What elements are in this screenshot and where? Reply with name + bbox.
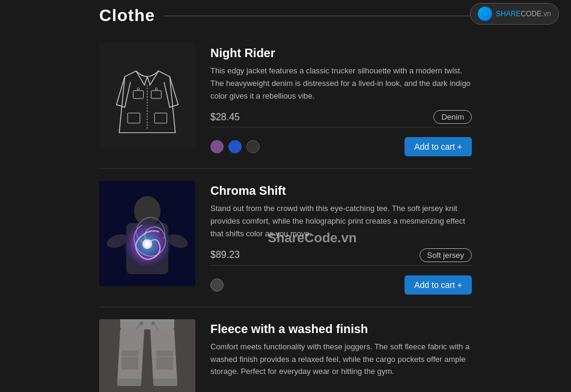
product-list: Night Rider This edgy jacket features a … — [0, 31, 571, 392]
add-to-cart-button[interactable]: Add to cart + — [405, 137, 472, 156]
product-item: Fleece with a washed finish Comfort meet… — [99, 307, 472, 392]
color-swatch-purple[interactable] — [210, 140, 224, 153]
svg-rect-1 — [133, 90, 144, 98]
color-swatch-blue[interactable] — [228, 140, 242, 153]
svg-rect-21 — [121, 351, 138, 370]
product-price: $89.23 — [210, 250, 240, 260]
color-swatches — [210, 278, 224, 292]
svg-rect-25 — [117, 379, 141, 386]
tshirt-illustration — [99, 181, 195, 286]
category-badge: Denim — [433, 110, 472, 124]
svg-rect-16 — [120, 319, 174, 330]
product-info-night-rider: Night Rider This edgy jacket features a … — [210, 43, 472, 156]
product-name: Night Rider — [210, 46, 472, 60]
logo-badge: SHARECODE.vn — [470, 3, 559, 25]
product-footer: $89.23 Soft jersey — [210, 248, 472, 266]
svg-rect-4 — [154, 113, 167, 123]
svg-rect-2 — [151, 90, 162, 98]
svg-rect-26 — [153, 379, 177, 386]
product-description: Comfort meets functionality with these j… — [210, 341, 472, 378]
svg-rect-3 — [127, 113, 140, 123]
svg-point-15 — [145, 242, 150, 247]
product-image-night-rider — [99, 43, 195, 149]
jacket-image — [99, 43, 195, 149]
color-swatch-dark[interactable] — [246, 140, 260, 153]
product-name: Fleece with a washed finish — [210, 322, 472, 336]
product-item: Night Rider This edgy jacket features a … — [99, 31, 472, 169]
add-to-cart-button[interactable]: Add to cart + — [405, 275, 472, 295]
joggers-illustration — [108, 319, 186, 392]
page-title: Clothe — [99, 6, 155, 25]
svg-point-7 — [155, 88, 157, 90]
product-description: Stand out from the crowd with this eye-c… — [210, 203, 472, 240]
product-description: This edgy jacket features a classic truc… — [210, 65, 472, 102]
page-container: Clothe SHARECODE.vn — [0, 0, 571, 392]
product-actions: Add to cart + — [210, 275, 472, 295]
product-item: ShareCode.vn Chroma Shift Stand out from… — [99, 169, 472, 307]
logo-text: SHARECODE.vn — [496, 10, 551, 18]
product-info-fleece: Fleece with a washed finish Comfort meet… — [210, 319, 472, 392]
svg-point-6 — [137, 88, 139, 90]
tshirt-image — [99, 181, 195, 286]
product-info-chroma-shift: Chroma Shift Stand out from the crowd wi… — [210, 181, 472, 294]
logo-icon — [478, 7, 492, 21]
color-swatches — [210, 140, 260, 153]
product-name: Chroma Shift — [210, 184, 472, 198]
product-footer: $28.45 Denim — [210, 110, 472, 127]
header-area: Clothe SHARECODE.vn — [0, 0, 571, 31]
product-image-fleece — [99, 319, 195, 392]
category-badge: Soft jersey — [420, 248, 472, 262]
svg-rect-23 — [156, 351, 173, 370]
product-price: $28.45 — [210, 112, 240, 123]
header-line — [164, 16, 472, 16]
product-actions: Add to cart + — [210, 137, 472, 156]
jacket-illustration — [111, 54, 183, 138]
logo-area: SHARECODE.vn — [470, 3, 559, 25]
product-image-chroma-shift — [99, 181, 195, 286]
joggers-image — [99, 319, 195, 392]
color-swatch-darkgray[interactable] — [210, 278, 224, 292]
